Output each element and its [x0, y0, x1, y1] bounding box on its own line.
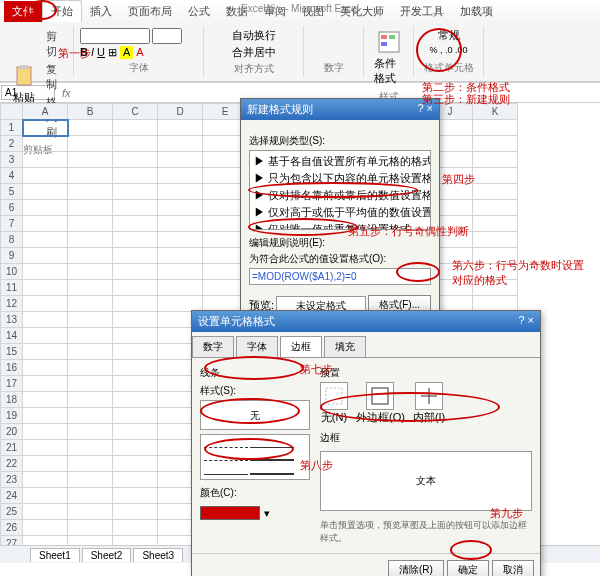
row-header[interactable]: 20 — [1, 424, 23, 440]
row-header[interactable]: 6 — [1, 200, 23, 216]
row-header[interactable]: 22 — [1, 456, 23, 472]
row-header[interactable]: 16 — [1, 360, 23, 376]
row-header[interactable]: 14 — [1, 328, 23, 344]
number-group-label: 数字 — [310, 61, 357, 75]
app-title: Excel版 — Microsoft Excel — [241, 2, 359, 16]
row-header[interactable]: 19 — [1, 408, 23, 424]
line-none-option[interactable]: 无 — [200, 400, 310, 430]
bold-button[interactable]: B — [80, 46, 88, 59]
general-format[interactable]: 常规 — [438, 28, 460, 43]
tab-home[interactable]: 开始 — [42, 0, 82, 22]
row-header[interactable]: 7 — [1, 216, 23, 232]
dialog-titlebar[interactable]: 新建格式规则 ? × — [241, 99, 439, 120]
line-style-picker[interactable] — [200, 434, 310, 480]
col-header[interactable]: A — [23, 104, 68, 120]
line-style-option[interactable] — [250, 465, 294, 475]
conditional-format-button[interactable]: 条件格式 — [370, 28, 407, 88]
close-icon[interactable]: × — [427, 102, 433, 114]
color-swatch[interactable] — [200, 506, 260, 520]
rule-option[interactable]: ▶ 仅对排名靠前或靠后的数值设置格式 — [252, 187, 428, 204]
tab-font[interactable]: 字体 — [236, 336, 278, 357]
row-header[interactable]: 21 — [1, 440, 23, 456]
clear-button[interactable]: 清除(R) — [388, 560, 444, 576]
line-style-option[interactable] — [204, 465, 248, 475]
border-preview[interactable]: 文本 — [320, 451, 532, 511]
rule-option[interactable]: ▶ 仅对唯一值或重复值设置格式 — [252, 221, 428, 230]
row-header[interactable]: 11 — [1, 280, 23, 296]
wrap-button[interactable]: 自动换行 — [232, 28, 276, 43]
italic-button[interactable]: I — [91, 46, 94, 59]
tab-file[interactable]: 文件 — [4, 1, 42, 22]
tab-border[interactable]: 边框 — [280, 336, 322, 357]
underline-button[interactable]: U — [97, 46, 105, 59]
row-header[interactable]: 18 — [1, 392, 23, 408]
line-style-option[interactable] — [250, 451, 294, 461]
tab-layout[interactable]: 页面布局 — [120, 1, 180, 22]
help-icon[interactable]: ? — [518, 314, 524, 326]
row-header[interactable]: 26 — [1, 520, 23, 536]
row-header[interactable]: 1 — [1, 120, 23, 136]
cut-button[interactable]: 剪切 — [44, 28, 67, 60]
dialog-title: 设置单元格格式 — [198, 314, 275, 329]
col-header[interactable]: D — [158, 104, 203, 120]
row-header[interactable]: 3 — [1, 152, 23, 168]
sheet-tab[interactable]: Sheet1 — [30, 548, 80, 562]
row-header[interactable]: 15 — [1, 344, 23, 360]
preset-inside[interactable]: 内部(I) — [413, 382, 445, 425]
rule-desc-label: 编辑规则说明(E): — [249, 236, 431, 250]
row-header[interactable]: 12 — [1, 296, 23, 312]
row-header[interactable]: 24 — [1, 488, 23, 504]
tab-formula[interactable]: 公式 — [180, 1, 218, 22]
merge-button[interactable]: 合并居中 — [232, 45, 276, 60]
fill-color-button[interactable]: A — [120, 46, 133, 59]
col-header[interactable]: B — [68, 104, 113, 120]
close-icon[interactable]: × — [528, 314, 534, 326]
row-header[interactable]: 13 — [1, 312, 23, 328]
row-header[interactable]: 25 — [1, 504, 23, 520]
line-style-option[interactable] — [204, 451, 248, 461]
sheet-tab[interactable]: Sheet3 — [133, 548, 183, 562]
row-header[interactable]: 9 — [1, 248, 23, 264]
rule-option[interactable]: ▶ 基于各自值设置所有单元格的格式 — [252, 153, 428, 170]
rule-option[interactable]: ▶ 只为包含以下内容的单元格设置格式 — [252, 170, 428, 187]
tab-insert[interactable]: 插入 — [82, 1, 120, 22]
row-header[interactable]: 4 — [1, 168, 23, 184]
rule-type-list[interactable]: ▶ 基于各自值设置所有单元格的格式 ▶ 只为包含以下内容的单元格设置格式 ▶ 仅… — [249, 150, 431, 230]
row-header[interactable]: 10 — [1, 264, 23, 280]
ok-button[interactable]: 确定 — [447, 560, 489, 576]
preset-label: 预置 — [320, 366, 532, 380]
tab-addin[interactable]: 加载项 — [452, 1, 501, 22]
tab-number[interactable]: 数字 — [192, 336, 234, 357]
dialog-titlebar[interactable]: 设置单元格格式 ? × — [192, 311, 540, 332]
row-header[interactable]: 17 — [1, 376, 23, 392]
row-header[interactable]: 23 — [1, 472, 23, 488]
row-header[interactable]: 8 — [1, 232, 23, 248]
line-style-option[interactable] — [250, 438, 294, 448]
cancel-button[interactable]: 取消 — [492, 560, 534, 576]
row-header[interactable]: 5 — [1, 184, 23, 200]
dropdown-icon[interactable]: ▾ — [264, 507, 270, 520]
formula-sublabel: 为符合此公式的值设置格式(O): — [249, 252, 431, 266]
rule-option[interactable]: ▶ 仅对高于或低于平均值的数值设置格式 — [252, 204, 428, 221]
preset-outline[interactable]: 外边框(O) — [356, 382, 405, 425]
font-family-select[interactable] — [80, 28, 150, 44]
line-style-option[interactable] — [204, 438, 248, 448]
font-color-button[interactable]: A — [136, 46, 143, 59]
col-header[interactable]: K — [473, 104, 518, 120]
preset-none[interactable]: 无(N) — [320, 382, 348, 425]
sheet-tab[interactable]: Sheet2 — [82, 548, 132, 562]
border-note: 单击预置选项，预览草图及上面的按钮可以添加边框样式。 — [320, 519, 532, 545]
row-header[interactable]: 2 — [1, 136, 23, 152]
help-icon[interactable]: ? — [417, 102, 423, 114]
tab-dev[interactable]: 开发工具 — [392, 1, 452, 22]
tab-fill[interactable]: 填充 — [324, 336, 366, 357]
line-label: 线条 — [200, 366, 310, 380]
border-label: 边框 — [320, 431, 532, 445]
font-size-select[interactable] — [152, 28, 182, 44]
formula-input[interactable] — [249, 268, 431, 285]
col-header[interactable]: C — [113, 104, 158, 120]
paste-button[interactable]: 粘贴 — [8, 62, 40, 107]
copy-button[interactable]: 复制 — [44, 61, 67, 93]
border-button[interactable]: ⊞ — [108, 46, 117, 59]
rule-type-label: 选择规则类型(S): — [249, 134, 431, 148]
